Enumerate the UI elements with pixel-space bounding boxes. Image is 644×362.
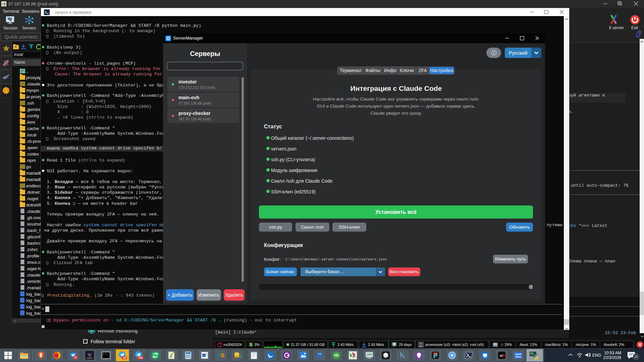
svg-text:C:\_: C:\_	[103, 353, 108, 355]
svg-text:HS: HS	[334, 354, 339, 357]
svg-text:Quick: Quick	[515, 353, 522, 356]
svg-text:FURRY: FURRY	[87, 357, 93, 359]
svg-text:32: 32	[634, 355, 638, 359]
svg-text:715: 715	[139, 357, 143, 359]
svg-text:2: 2	[74, 356, 76, 359]
svg-text:R: R	[502, 354, 505, 358]
svg-text:utmo: utmo	[515, 356, 521, 358]
svg-text:B: B	[221, 353, 225, 358]
svg-text:.26: .26	[123, 357, 126, 359]
